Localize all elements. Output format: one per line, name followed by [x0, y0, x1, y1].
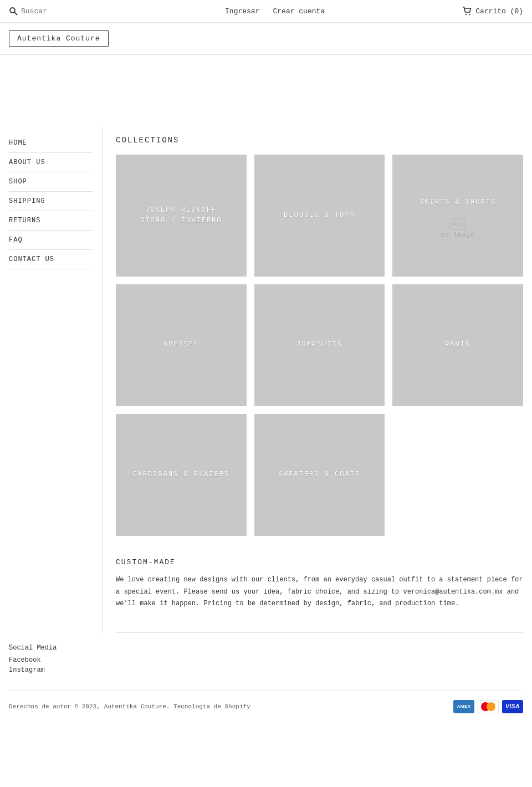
collection-pants[interactable]: PANTS: [392, 284, 523, 406]
collections-title: COLLECTIONS: [116, 136, 523, 145]
email-link[interactable]: @autentika.com.mx: [435, 588, 503, 596]
social-media-section: Social Media Facebook Instagram: [9, 644, 523, 674]
cart-icon: [462, 7, 472, 16]
search-input[interactable]: [21, 7, 88, 16]
collection-blouses-tops[interactable]: BLOUSES & TOPS: [254, 155, 385, 277]
sidebar-item-home[interactable]: HOME: [9, 136, 93, 153]
sidebar-item-shipping[interactable]: SHIPPING: [9, 192, 93, 211]
main-content: COLLECTIONS JOSEPH RIBKOFF OTOÑO / INVIE…: [103, 127, 532, 633]
collections-row-2: DRESSES JUMPSUITS PANTS: [116, 284, 523, 406]
svg-point-3: [469, 14, 470, 15]
cart-link[interactable]: Carrito (0): [462, 7, 523, 16]
svg-line-1: [14, 12, 17, 15]
custom-made-title: CUSTOM-MADE: [116, 558, 523, 566]
svg-point-2: [466, 14, 467, 15]
logo-bar: Autentika Couture: [0, 23, 532, 55]
mastercard-icon: [478, 700, 499, 713]
svg-point-0: [10, 8, 15, 13]
collection-cardigans-blazers[interactable]: CARDIGANS & BLAZERS: [116, 414, 247, 536]
collection-jumpsuits[interactable]: JUMPSUITS: [254, 284, 385, 406]
sidebar-item-returns[interactable]: RETURNS: [9, 211, 93, 231]
footer-bottom: Derechos de autor © 2023, Autentika Cout…: [9, 691, 523, 713]
empty-slot: [392, 414, 523, 536]
hero-space: [0, 55, 532, 127]
collections-row-1: JOSEPH RIBKOFF OTOÑO / INVIERNO BLOUSES …: [116, 155, 523, 277]
footer-brand-link[interactable]: Autentika Couture: [104, 703, 166, 710]
logo[interactable]: Autentika Couture: [9, 30, 109, 47]
collections-grid: JOSEPH RIBKOFF OTOÑO / INVIERNO BLOUSES …: [116, 155, 523, 536]
collections-row-3: CARDIGANS & BLAZERS SWEATERS & COATS: [116, 414, 523, 536]
sidebar-item-faq[interactable]: FAQ: [9, 231, 93, 250]
collection-dresses[interactable]: DRESSES: [116, 284, 247, 406]
sidebar-item-shop[interactable]: SHOP: [9, 172, 93, 192]
payment-icons: AMEX VISA: [453, 700, 523, 713]
header-left: [9, 7, 88, 16]
header: Ingresar Crear cuenta Carrito (0): [0, 0, 532, 23]
collection-skirts-shorts[interactable]: SKIRTS & SHORTS No image: [392, 155, 523, 277]
footer-copyright: Derechos de autor © 2023, Autentika Cout…: [9, 703, 250, 710]
social-media-label: Social Media: [9, 644, 523, 652]
sidebar-item-contact-us[interactable]: CONTACT US: [9, 250, 93, 269]
visa-icon: VISA: [502, 700, 523, 713]
amex-icon: AMEX: [453, 700, 474, 713]
header-nav: Ingresar Crear cuenta: [225, 7, 325, 16]
main-layout: HOME ABOUT US SHOP SHIPPING RETURNS FAQ …: [0, 127, 532, 633]
collection-sweaters-coats[interactable]: SWEATERS & COATS: [254, 414, 385, 536]
search-button[interactable]: [9, 7, 88, 16]
collection-joseph-ribkoff[interactable]: JOSEPH RIBKOFF OTOÑO / INVIERNO: [116, 155, 247, 277]
shopify-link[interactable]: Tecnología de Shopify: [173, 703, 250, 710]
search-icon: [9, 7, 18, 16]
custom-made-text: We love creating new designs with our cl…: [116, 574, 523, 610]
sidebar: HOME ABOUT US SHOP SHIPPING RETURNS FAQ …: [0, 127, 103, 633]
no-image-icon: [449, 216, 467, 232]
ingresar-link[interactable]: Ingresar: [225, 7, 259, 16]
facebook-link[interactable]: Facebook: [9, 656, 523, 664]
footer: Social Media Facebook Instagram Derechos…: [0, 633, 532, 724]
custom-made-section: CUSTOM-MADE We love creating new designs…: [116, 558, 523, 633]
crear-cuenta-link[interactable]: Crear cuenta: [273, 7, 325, 16]
sidebar-item-about-us[interactable]: ABOUT US: [9, 153, 93, 172]
instagram-link[interactable]: Instagram: [9, 666, 523, 674]
